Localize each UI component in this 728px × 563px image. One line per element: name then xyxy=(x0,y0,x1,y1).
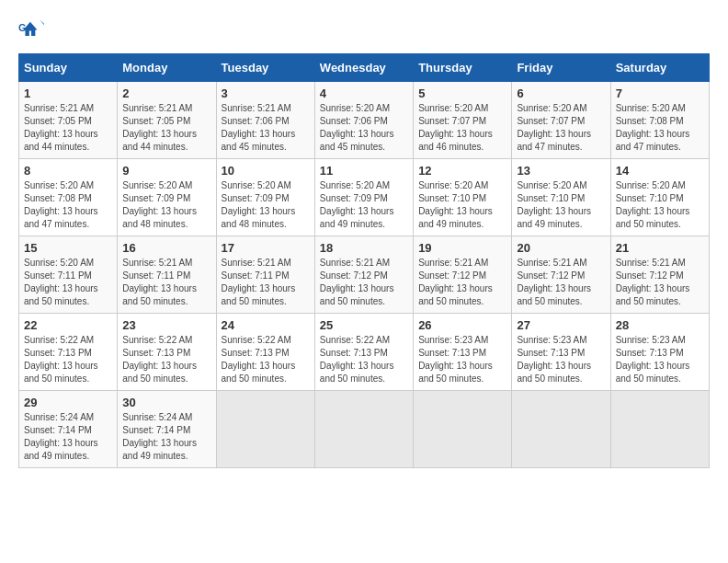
calendar-cell: 3 Sunrise: 5:21 AM Sunset: 7:06 PM Dayli… xyxy=(216,82,314,159)
day-number: 12 xyxy=(418,164,506,178)
calendar-cell: 25 Sunrise: 5:22 AM Sunset: 7:13 PM Dayl… xyxy=(314,314,413,391)
calendar-cell: 19 Sunrise: 5:21 AM Sunset: 7:12 PM Dayl… xyxy=(414,236,512,314)
day-info: Sunrise: 5:20 AM Sunset: 7:10 PM Dayligh… xyxy=(418,179,506,231)
day-info: Sunrise: 5:21 AM Sunset: 7:05 PM Dayligh… xyxy=(24,102,112,154)
day-number: 21 xyxy=(616,241,704,255)
day-number: 22 xyxy=(24,318,112,332)
calendar-cell: 23 Sunrise: 5:22 AM Sunset: 7:13 PM Dayl… xyxy=(118,314,216,391)
day-info: Sunrise: 5:20 AM Sunset: 7:09 PM Dayligh… xyxy=(222,179,310,231)
calendar-cell: 6 Sunrise: 5:20 AM Sunset: 7:07 PM Dayli… xyxy=(512,82,610,159)
calendar-table: SundayMondayTuesdayWednesdayThursdayFrid… xyxy=(18,53,710,468)
logo: G xyxy=(18,18,48,44)
calendar-cell: 12 Sunrise: 5:20 AM Sunset: 7:10 PM Dayl… xyxy=(414,159,512,236)
calendar-cell: 17 Sunrise: 5:21 AM Sunset: 7:11 PM Dayl… xyxy=(216,236,314,314)
day-number: 7 xyxy=(616,86,704,100)
svg-marker-2 xyxy=(40,20,44,28)
header-sunday: Sunday xyxy=(19,54,118,82)
day-number: 19 xyxy=(418,241,506,255)
header-thursday: Thursday xyxy=(414,54,512,82)
day-number: 30 xyxy=(122,396,210,409)
calendar-cell: 18 Sunrise: 5:21 AM Sunset: 7:12 PM Dayl… xyxy=(314,236,413,314)
day-info: Sunrise: 5:20 AM Sunset: 7:07 PM Dayligh… xyxy=(418,102,506,154)
day-number: 6 xyxy=(517,86,605,100)
day-number: 1 xyxy=(24,86,112,100)
day-number: 9 xyxy=(122,164,210,178)
day-info: Sunrise: 5:23 AM Sunset: 7:13 PM Dayligh… xyxy=(616,334,704,385)
calendar-cell: 7 Sunrise: 5:20 AM Sunset: 7:08 PM Dayli… xyxy=(610,82,709,159)
day-info: Sunrise: 5:20 AM Sunset: 7:11 PM Dayligh… xyxy=(24,257,112,308)
calendar-week-3: 15 Sunrise: 5:20 AM Sunset: 7:11 PM Dayl… xyxy=(19,236,710,314)
calendar-cell: 16 Sunrise: 5:21 AM Sunset: 7:11 PM Dayl… xyxy=(118,236,216,314)
calendar-cell: 4 Sunrise: 5:20 AM Sunset: 7:06 PM Dayli… xyxy=(314,82,413,159)
calendar-cell: 22 Sunrise: 5:22 AM Sunset: 7:13 PM Dayl… xyxy=(19,314,118,391)
calendar-cell: 30 Sunrise: 5:24 AM Sunset: 7:14 PM Dayl… xyxy=(118,391,216,468)
day-info: Sunrise: 5:20 AM Sunset: 7:10 PM Dayligh… xyxy=(517,179,605,231)
day-info: Sunrise: 5:23 AM Sunset: 7:13 PM Dayligh… xyxy=(517,334,605,385)
svg-text:G: G xyxy=(18,22,26,33)
calendar-week-5: 29 Sunrise: 5:24 AM Sunset: 7:14 PM Dayl… xyxy=(19,391,710,468)
calendar-cell: 11 Sunrise: 5:20 AM Sunset: 7:09 PM Dayl… xyxy=(314,159,413,236)
day-info: Sunrise: 5:24 AM Sunset: 7:14 PM Dayligh… xyxy=(24,411,112,463)
calendar-cell: 20 Sunrise: 5:21 AM Sunset: 7:12 PM Dayl… xyxy=(512,236,610,314)
day-number: 2 xyxy=(122,86,210,100)
day-number: 29 xyxy=(24,396,112,409)
day-info: Sunrise: 5:21 AM Sunset: 7:12 PM Dayligh… xyxy=(418,257,506,308)
calendar-week-2: 8 Sunrise: 5:20 AM Sunset: 7:08 PM Dayli… xyxy=(19,159,710,236)
calendar-cell xyxy=(314,391,413,468)
calendar-cell: 26 Sunrise: 5:23 AM Sunset: 7:13 PM Dayl… xyxy=(414,314,512,391)
day-number: 17 xyxy=(222,241,310,255)
header: G xyxy=(18,18,710,44)
calendar-cell: 5 Sunrise: 5:20 AM Sunset: 7:07 PM Dayli… xyxy=(414,82,512,159)
day-number: 28 xyxy=(616,318,704,332)
calendar-cell: 21 Sunrise: 5:21 AM Sunset: 7:12 PM Dayl… xyxy=(610,236,709,314)
calendar-cell: 9 Sunrise: 5:20 AM Sunset: 7:09 PM Dayli… xyxy=(118,159,216,236)
day-info: Sunrise: 5:22 AM Sunset: 7:13 PM Dayligh… xyxy=(24,334,112,385)
calendar-cell: 15 Sunrise: 5:20 AM Sunset: 7:11 PM Dayl… xyxy=(19,236,118,314)
day-number: 10 xyxy=(222,164,310,178)
day-info: Sunrise: 5:23 AM Sunset: 7:13 PM Dayligh… xyxy=(418,334,506,385)
header-friday: Friday xyxy=(512,54,610,82)
day-number: 25 xyxy=(320,318,408,332)
calendar-cell xyxy=(216,391,314,468)
day-info: Sunrise: 5:21 AM Sunset: 7:12 PM Dayligh… xyxy=(616,257,704,308)
day-number: 8 xyxy=(24,164,112,178)
day-number: 5 xyxy=(418,86,506,100)
header-saturday: Saturday xyxy=(610,54,709,82)
calendar-week-4: 22 Sunrise: 5:22 AM Sunset: 7:13 PM Dayl… xyxy=(19,314,710,391)
day-number: 13 xyxy=(517,164,605,178)
day-info: Sunrise: 5:20 AM Sunset: 7:09 PM Dayligh… xyxy=(320,179,408,231)
day-info: Sunrise: 5:22 AM Sunset: 7:13 PM Dayligh… xyxy=(122,334,210,385)
header-monday: Monday xyxy=(118,54,216,82)
day-info: Sunrise: 5:20 AM Sunset: 7:06 PM Dayligh… xyxy=(320,102,408,154)
calendar-cell: 10 Sunrise: 5:20 AM Sunset: 7:09 PM Dayl… xyxy=(216,159,314,236)
day-info: Sunrise: 5:22 AM Sunset: 7:13 PM Dayligh… xyxy=(222,334,310,385)
calendar-cell: 1 Sunrise: 5:21 AM Sunset: 7:05 PM Dayli… xyxy=(19,82,118,159)
day-info: Sunrise: 5:21 AM Sunset: 7:12 PM Dayligh… xyxy=(517,257,605,308)
day-number: 18 xyxy=(320,241,408,255)
day-info: Sunrise: 5:20 AM Sunset: 7:08 PM Dayligh… xyxy=(24,179,112,231)
day-number: 14 xyxy=(616,164,704,178)
day-number: 3 xyxy=(222,86,310,100)
calendar-cell: 14 Sunrise: 5:20 AM Sunset: 7:10 PM Dayl… xyxy=(610,159,709,236)
day-info: Sunrise: 5:20 AM Sunset: 7:07 PM Dayligh… xyxy=(517,102,605,154)
day-info: Sunrise: 5:20 AM Sunset: 7:09 PM Dayligh… xyxy=(122,179,210,231)
day-number: 11 xyxy=(320,164,408,178)
day-number: 27 xyxy=(517,318,605,332)
calendar-cell: 13 Sunrise: 5:20 AM Sunset: 7:10 PM Dayl… xyxy=(512,159,610,236)
day-info: Sunrise: 5:21 AM Sunset: 7:06 PM Dayligh… xyxy=(222,102,310,154)
calendar-cell xyxy=(512,391,610,468)
header-tuesday: Tuesday xyxy=(216,54,314,82)
day-info: Sunrise: 5:20 AM Sunset: 7:10 PM Dayligh… xyxy=(616,179,704,231)
calendar-week-1: 1 Sunrise: 5:21 AM Sunset: 7:05 PM Dayli… xyxy=(19,82,710,159)
calendar-header-row: SundayMondayTuesdayWednesdayThursdayFrid… xyxy=(19,54,710,82)
day-info: Sunrise: 5:22 AM Sunset: 7:13 PM Dayligh… xyxy=(320,334,408,385)
calendar-cell: 29 Sunrise: 5:24 AM Sunset: 7:14 PM Dayl… xyxy=(19,391,118,468)
day-number: 20 xyxy=(517,241,605,255)
day-info: Sunrise: 5:24 AM Sunset: 7:14 PM Dayligh… xyxy=(122,411,210,463)
day-info: Sunrise: 5:21 AM Sunset: 7:05 PM Dayligh… xyxy=(122,102,210,154)
day-info: Sunrise: 5:21 AM Sunset: 7:11 PM Dayligh… xyxy=(222,257,310,308)
logo-icon: G xyxy=(18,18,44,44)
day-number: 24 xyxy=(222,318,310,332)
day-number: 16 xyxy=(122,241,210,255)
day-info: Sunrise: 5:21 AM Sunset: 7:11 PM Dayligh… xyxy=(122,257,210,308)
